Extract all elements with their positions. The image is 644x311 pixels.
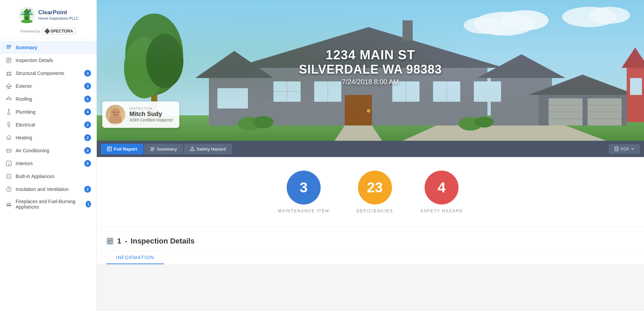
svg-rect-5 [29, 12, 32, 14]
inspection-details-label: Inspection Details [16, 58, 53, 63]
sidebar-item-electrical[interactable]: Electrical 2 [0, 118, 96, 131]
tab-summary[interactable]: Summary [144, 144, 183, 154]
pdf-icon [614, 147, 619, 151]
heating-label: Heating [16, 135, 32, 140]
svg-rect-112 [615, 150, 617, 150]
svg-rect-110 [615, 148, 618, 148]
powered-by-label: Powered by [20, 29, 40, 33]
sidebar-item-summary[interactable]: Summary [0, 41, 96, 54]
spectora-badge: SPECTORA [42, 28, 76, 35]
roofing-label: Roofing [16, 96, 32, 102]
sidebar-item-interiors[interactable]: Interiors 6 [0, 157, 96, 170]
deficiencies-circle: 23 [358, 171, 392, 205]
main-content: 1234 MAIN ST SILVERDALE WA 98383 7/24/20… [97, 0, 644, 311]
section-header: 1 - Inspection Details [97, 227, 644, 251]
svg-rect-115 [109, 241, 111, 241]
fireplaces-icon [5, 201, 12, 208]
insulation-badge: 2 [84, 186, 91, 193]
street-address: 1234 MAIN ST [299, 47, 442, 62]
svg-rect-4 [21, 12, 24, 14]
svg-rect-79 [217, 88, 248, 109]
svg-rect-36 [7, 174, 11, 178]
deficiencies-count: 23 [367, 179, 383, 196]
sidebar-item-insulation[interactable]: Insulation and Ventilation 2 [0, 183, 96, 196]
electrical-icon [5, 121, 12, 128]
svg-rect-34 [8, 163, 10, 166]
sidebar-item-ac[interactable]: Air Conditioning 2 [0, 144, 96, 157]
roofing-icon [5, 96, 12, 102]
tab-full-report[interactable]: Full Report [101, 144, 143, 154]
svg-rect-17 [10, 72, 11, 75]
full-report-label: Full Report [114, 147, 137, 152]
svg-rect-10 [6, 48, 10, 48]
svg-point-49 [589, 7, 630, 24]
svg-point-46 [501, 10, 549, 31]
svg-marker-19 [6, 84, 12, 86]
info-tab[interactable]: INFORMATION [106, 251, 164, 264]
svg-rect-43 [7, 203, 11, 205]
stat-safety: 4 SAFETY HAZARD [421, 171, 463, 213]
svg-rect-13 [7, 60, 10, 61]
svg-point-24 [8, 109, 10, 110]
structural-icon [5, 70, 12, 77]
safety-label: Safety Hazard [197, 147, 226, 152]
svg-rect-8 [6, 45, 11, 46]
svg-line-31 [7, 152, 8, 153]
svg-point-96 [113, 112, 114, 113]
sidebar-item-fireplaces[interactable]: Fireplaces and Fuel-Burning Appliances 1 [0, 196, 96, 213]
interiors-badge: 6 [84, 160, 91, 167]
sidebar-item-structural[interactable]: Structural Components 3 [0, 67, 96, 80]
tab-safety-hazard[interactable]: Safety Hazard [184, 144, 232, 154]
svg-point-97 [117, 112, 118, 113]
summary-stats: 3 MAINTENANCE ITEM 23 DEFICIENCIES 4 SAF… [97, 157, 644, 227]
tab-bar: Full Report Summary Safety Hazard PDF [97, 141, 644, 157]
info-bar: INFORMATION [97, 251, 644, 264]
exterior-label: Exterior [16, 83, 32, 89]
svg-rect-93 [630, 78, 642, 95]
sidebar-item-plumbing[interactable]: Plumbing 4 [0, 105, 96, 118]
pdf-button[interactable]: PDF [609, 144, 640, 154]
summary-icon [5, 44, 12, 51]
plumbing-badge: 4 [84, 109, 91, 115]
interiors-label: Interiors [16, 161, 33, 166]
inspector-card: INSPECTOR Mitch Sudy ASHI Certified Insp… [102, 101, 179, 128]
svg-rect-111 [615, 149, 618, 149]
exterior-icon [5, 83, 12, 90]
plumbing-icon [5, 109, 12, 115]
logo-section: ClearPoint Home Inspections PLLC Powered… [0, 0, 96, 38]
svg-point-87 [253, 116, 273, 128]
safety-circle: 4 [425, 171, 459, 205]
spectora-diamond-icon [44, 28, 50, 34]
sidebar-item-inspection-details[interactable]: Inspection Details [0, 54, 96, 67]
roofing-badge: 5 [84, 96, 91, 102]
ac-badge: 2 [84, 147, 91, 154]
sidebar-item-appliances[interactable]: Built-in Appliances [0, 170, 96, 183]
full-report-icon [107, 147, 112, 151]
svg-rect-100 [108, 148, 111, 148]
sidebar-item-exterior[interactable]: Exterior 3 [0, 80, 96, 93]
svg-rect-6 [29, 9, 31, 12]
svg-rect-12 [7, 59, 10, 60]
svg-point-84 [146, 34, 183, 88]
insulation-icon [5, 186, 12, 193]
section-doc-icon [106, 237, 114, 245]
summary-label: Summary [16, 45, 37, 50]
city-state: SILVERDALE WA 98383 [299, 62, 442, 76]
svg-point-108 [192, 150, 193, 151]
svg-rect-78 [474, 81, 501, 102]
summary-tab-label: Summary [157, 147, 177, 152]
svg-point-35 [9, 164, 10, 164]
svg-rect-21 [8, 87, 10, 89]
inspector-role-label: INSPECTOR [129, 107, 173, 111]
sidebar-item-roofing[interactable]: Roofing 5 [0, 93, 96, 105]
insulation-label: Insulation and Ventilation [16, 187, 69, 192]
hero-address: 1234 MAIN ST SILVERDALE WA 98383 7/24/20… [299, 47, 442, 85]
svg-rect-116 [109, 242, 110, 242]
inspection-date: 7/24/2018 8:00 AM [299, 78, 442, 85]
svg-rect-15 [6, 75, 12, 76]
sidebar-item-heating[interactable]: Heating 2 [0, 131, 96, 144]
inspection-icon [5, 57, 12, 64]
svg-point-7 [21, 20, 33, 23]
appliances-icon [5, 173, 12, 180]
inspector-name: Mitch Sudy [129, 111, 173, 118]
